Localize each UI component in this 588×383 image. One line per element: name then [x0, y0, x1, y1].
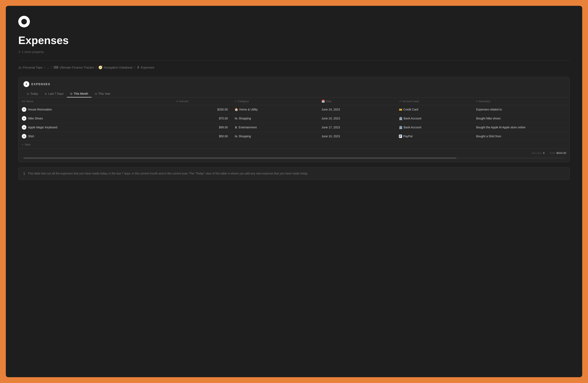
bank-icon: 🏦: [399, 126, 402, 129]
row-icon-0: [22, 107, 26, 112]
account-col-label: Account Used: [402, 100, 419, 103]
breadcrumb-expenses-label: Expenses: [141, 66, 154, 69]
plus-icon: +: [22, 143, 23, 146]
breadcrumb-personal-label: Personal Taps: [23, 66, 42, 69]
tab-today-label: Today: [30, 92, 38, 95]
col-header-category: ↗ Category: [231, 98, 318, 105]
summary-col-prefix: ≡: [476, 100, 478, 103]
cell-account-3: P PayPal: [396, 132, 473, 141]
account-label-1: Bank Account: [404, 117, 421, 120]
new-row-label: New: [25, 143, 30, 146]
tab-last7days[interactable]: ⊞ Last 7 Days: [41, 90, 67, 97]
category-icon-3: 🛍: [234, 135, 237, 138]
personal-taps-icon: 🗂: [18, 66, 21, 69]
table-row[interactable]: Shirt $50.00 🛍 Shopping June 10, 2023 P …: [19, 132, 569, 141]
tab-thisyear[interactable]: ⊞ This Year: [91, 90, 114, 97]
info-icon: ℹ: [23, 171, 25, 176]
data-table: Aa Name # Amount ↗ Category: [19, 98, 569, 141]
breadcrumb-ellipsis[interactable]: ...: [47, 66, 49, 69]
date-col-label: Date: [326, 100, 332, 103]
cell-category-0: 🏠 Home & Utility: [231, 105, 318, 114]
row-name-3: Shirt: [28, 135, 34, 138]
category-label-0: Home & Utility: [239, 108, 258, 111]
cell-account-0: 💳 Credit Card: [396, 105, 473, 114]
breadcrumb-item-expenses[interactable]: ⬇ Expenses: [137, 66, 154, 69]
table-header-section: EXPENSES ⊞ Today ⊞ Last 7 Days ⊟ This Mo…: [19, 77, 569, 98]
sum-value: $424.00: [556, 151, 566, 155]
col-header-date: 📅 Date: [318, 98, 396, 105]
page-title: Expenses: [18, 34, 570, 46]
cell-amount-2: $99.00: [173, 123, 231, 132]
finance-icon: ⌨: [54, 66, 58, 69]
nav-icon: 🧭: [98, 66, 103, 69]
date-col-prefix: 📅: [321, 100, 325, 103]
col-header-account: ↗ Account Used: [396, 98, 473, 105]
table-row[interactable]: Nike Shoes $75.00 🛍 Shopping June 24, 20…: [19, 114, 569, 123]
row-icon-1: [22, 116, 26, 121]
breadcrumb-item-nav[interactable]: 🧭 Navigation Database: [98, 66, 133, 69]
row-icon-2: [22, 125, 26, 130]
horizontal-scrollbar[interactable]: [23, 158, 565, 159]
breadcrumb-item-finance[interactable]: ⌨ Ultimate Finance Tracker: [54, 66, 94, 69]
tab-thismonth-label: This Month: [74, 92, 88, 95]
table-row[interactable]: Apple Magic Keyboard $99.00 🖥 Entertainm…: [19, 123, 569, 132]
tab-today-icon: ⊞: [27, 92, 29, 95]
col-header-summary: ≡ Summary: [473, 98, 569, 105]
breadcrumb-finance-label: Ultimate Finance Tracker: [60, 66, 94, 69]
breadcrumb-sep-3: /: [96, 66, 97, 69]
cell-amount-0: $200.00: [173, 105, 231, 114]
tab-today[interactable]: ⊞ Today: [23, 90, 41, 97]
breadcrumb-sep-4: /: [134, 66, 135, 69]
expenses-table-container: EXPENSES ⊞ Today ⊞ Last 7 Days ⊟ This Mo…: [18, 77, 570, 162]
tab-thismonth-icon: ⊟: [70, 92, 72, 95]
info-text: This table lists out all the expenses th…: [28, 171, 308, 176]
cell-summary-3: Bought a Shirt from: [473, 132, 569, 141]
row-icon-3: [22, 134, 26, 138]
new-row-button[interactable]: + New: [19, 141, 569, 148]
cell-summary-0: Expenses related to: [473, 105, 569, 114]
table-row[interactable]: House Renovation $200.00 🏠 Home & Utilit…: [19, 105, 569, 114]
table-title-row: EXPENSES: [23, 81, 565, 87]
footer-values: VALUES 4: [532, 151, 545, 155]
table-title-icon: [23, 81, 29, 87]
cell-date-0: June 24, 2023: [318, 105, 396, 114]
row-name-1: Nike Shoes: [28, 117, 43, 120]
account-label-0: Credit Card: [403, 108, 419, 111]
sum-label: SUM: [550, 152, 555, 154]
cell-summary-1: Bought Nike shoes: [473, 114, 569, 123]
cell-amount-3: $50.00: [173, 132, 231, 141]
footer-sum: SUM $424.00: [550, 151, 566, 155]
category-label-2: Entertainment: [239, 126, 257, 129]
more-property[interactable]: ∨ 1 more property: [18, 50, 570, 54]
values-count: 4: [543, 151, 545, 155]
cell-account-1: 🏦 Bank Account: [396, 114, 473, 123]
cell-category-2: 🖥 Entertainment: [231, 123, 318, 132]
table-title: EXPENSES: [31, 82, 50, 86]
breadcrumb-item-personal[interactable]: 🗂 Personal Taps: [18, 66, 42, 69]
cell-name-0: House Renovation: [19, 105, 173, 114]
category-col-label: Category: [238, 100, 249, 103]
tab-last7-label: Last 7 Days: [48, 92, 63, 95]
scrollbar-thumb: [23, 158, 456, 159]
category-icon-0: 🏠: [234, 108, 238, 111]
expenses-breadcrumb-icon: ⬇: [137, 66, 140, 69]
cell-name-1: Nike Shoes: [19, 114, 173, 123]
table-header-row: Aa Name # Amount ↗ Category: [19, 98, 569, 105]
name-col-label: Name: [26, 100, 33, 103]
summary-col-label: Summary: [479, 100, 490, 103]
col-header-name: Aa Name: [19, 98, 173, 105]
app-icon: [18, 16, 30, 27]
cell-date-1: June 24, 2023: [318, 114, 396, 123]
cell-category-3: 🛍 Shopping: [231, 132, 318, 141]
cc-icon: 💳: [399, 108, 402, 111]
account-label-2: Bank Account: [404, 126, 421, 129]
cell-account-2: 🏦 Bank Account: [396, 123, 473, 132]
cell-date-2: June 17, 2023: [318, 123, 396, 132]
more-property-label: 1 more property: [22, 50, 44, 54]
tab-last7-icon: ⊞: [45, 92, 47, 95]
bank-icon: 🏦: [399, 117, 402, 120]
row-name-2: Apple Magic Keyboard: [28, 126, 57, 129]
tab-thismonth[interactable]: ⊟ This Month: [67, 90, 91, 97]
cell-amount-1: $75.00: [173, 114, 231, 123]
category-label-3: Shopping: [239, 135, 251, 138]
